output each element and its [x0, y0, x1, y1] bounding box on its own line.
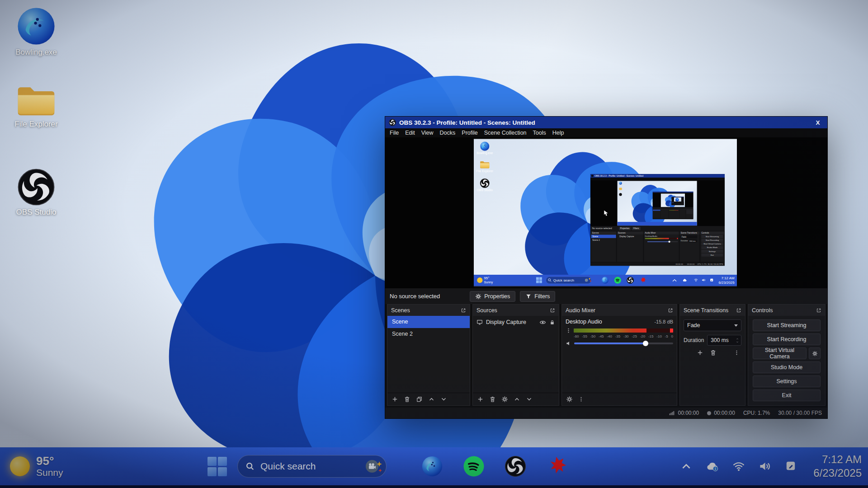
- cloud-icon: [706, 460, 719, 473]
- search-highlight-icon: [365, 459, 381, 474]
- svg-text:6/23/2025: 6/23/2025: [718, 281, 735, 285]
- transition-select[interactable]: Fade: [684, 319, 741, 331]
- gear-icon: [475, 293, 481, 300]
- transition-menu-button[interactable]: [734, 350, 740, 356]
- screen-bezel: [0, 485, 868, 488]
- weather-widget[interactable]: 95° Sunny: [10, 447, 63, 485]
- exit-button[interactable]: Exit: [753, 389, 821, 401]
- properties-button[interactable]: Properties: [470, 291, 515, 302]
- source-properties-button[interactable]: [501, 396, 508, 403]
- remove-source-button[interactable]: [489, 396, 496, 403]
- pen-tray-button[interactable]: [784, 460, 798, 473]
- svg-text:Sunny: Sunny: [484, 281, 493, 284]
- svg-text:Scenes: Scenes: [592, 232, 599, 234]
- obs-docks: Scenes Scene Scene 2 Sources: [385, 304, 827, 408]
- menu-tools[interactable]: Tools: [530, 130, 549, 136]
- volume-slider[interactable]: [574, 340, 673, 347]
- gear-icon: [812, 351, 817, 357]
- mixer-settings-button[interactable]: [566, 396, 573, 403]
- start-streaming-button[interactable]: Start Streaming: [753, 319, 821, 331]
- tray-chevron-up-button[interactable]: [679, 460, 693, 473]
- move-scene-down-button[interactable]: [440, 396, 447, 403]
- desktop-icon-file-explorer[interactable]: File Explorer: [6, 84, 66, 129]
- wifi-button[interactable]: [732, 460, 745, 473]
- popout-icon[interactable]: [550, 308, 555, 313]
- spinner-arrows[interactable]: [736, 338, 739, 343]
- virtual-camera-settings-button[interactable]: [809, 347, 821, 359]
- source-visibility-toggle[interactable]: [539, 319, 546, 326]
- transition-duration-input[interactable]: 300 ms: [707, 335, 741, 346]
- move-scene-up-button[interactable]: [428, 396, 435, 403]
- svg-text:Settings: Settings: [709, 250, 716, 253]
- start-recording-button[interactable]: Start Recording: [753, 333, 821, 345]
- move-source-down-button[interactable]: [526, 396, 533, 403]
- mixer-menu-button[interactable]: [578, 396, 584, 402]
- duplicate-scene-button[interactable]: [416, 396, 423, 403]
- svg-text:00:00:00: 00:00:00: [687, 263, 695, 265]
- svg-text:Display Capture: Display Capture: [619, 235, 634, 238]
- obs-titlebar[interactable]: OBS 30.2.3 - Profile: Untitled - Scenes:…: [385, 117, 827, 128]
- menu-help[interactable]: Help: [549, 130, 567, 136]
- desktop-icon-bowling[interactable]: Bowling.exe: [6, 6, 66, 57]
- speaker-icon[interactable]: [566, 340, 572, 347]
- chevron-down-icon: [736, 341, 739, 343]
- folder-icon: [15, 84, 57, 118]
- mixer-level-value: -15.8 dB: [654, 319, 673, 324]
- scene-list-item[interactable]: Scene 2: [387, 328, 470, 340]
- taskbar-app-browser[interactable]: [420, 454, 444, 479]
- search-box[interactable]: Quick search: [237, 455, 387, 478]
- close-button[interactable]: X: [812, 119, 824, 126]
- source-list-item[interactable]: Display Capture: [473, 316, 559, 328]
- desktop-icon-label: Bowling.exe: [6, 48, 66, 57]
- no-source-selected-label: No source selected: [390, 293, 440, 300]
- desktop-icon-label: File Explorer: [6, 120, 66, 129]
- windows-logo-icon: [208, 457, 227, 476]
- menu-scene-collection[interactable]: Scene Collection: [481, 130, 530, 136]
- taskbar-app-obs[interactable]: [503, 454, 528, 479]
- add-transition-button[interactable]: [697, 349, 703, 356]
- tray-weather-cloud-button[interactable]: [706, 460, 719, 473]
- popout-icon[interactable]: [668, 308, 673, 313]
- svg-text:CPU: 1.7%: CPU: 1.7%: [697, 263, 707, 265]
- taskbar-app-paint[interactable]: [545, 454, 569, 479]
- popout-icon[interactable]: [736, 308, 741, 313]
- source-lock-toggle[interactable]: [549, 319, 555, 325]
- controls-header: Controls: [748, 305, 825, 316]
- start-virtual-camera-button[interactable]: Start Virtual Camera: [753, 347, 807, 359]
- obs-preview-area[interactable]: Bowling.exe File Explorer OBS Studio OBS…: [385, 137, 827, 288]
- scene-list-item[interactable]: Scene: [387, 316, 470, 328]
- add-source-button[interactable]: [477, 396, 484, 403]
- remove-transition-button[interactable]: [710, 349, 717, 356]
- add-scene-button[interactable]: [392, 396, 398, 403]
- filters-button[interactable]: Filters: [520, 291, 555, 302]
- taskbar-clock[interactable]: 7:12 AM 6/23/2025: [813, 453, 862, 480]
- remove-scene-button[interactable]: [404, 396, 410, 403]
- menu-profile[interactable]: Profile: [458, 130, 481, 136]
- desktop-icon-obs[interactable]: OBS Studio: [6, 168, 66, 217]
- weather-condition: Sunny: [36, 467, 63, 478]
- fps-counter: 30.00 / 30.00 FPS: [778, 410, 822, 416]
- scene-transitions-header: Scene Transitions: [680, 305, 745, 316]
- volume-slider-handle[interactable]: [643, 341, 648, 346]
- menu-edit[interactable]: Edit: [402, 130, 418, 136]
- volume-icon: [759, 460, 771, 473]
- studio-mode-button[interactable]: Studio Mode: [753, 361, 821, 373]
- menu-docks[interactable]: Docks: [437, 130, 459, 136]
- controls-panel: Controls Start Streaming Start Recording…: [748, 304, 826, 406]
- volume-button[interactable]: [758, 460, 772, 473]
- svg-text:Audio Mixer: Audio Mixer: [645, 232, 656, 234]
- svg-text:OBS 30.2.3 - Profile: Untitled: OBS 30.2.3 - Profile: Untitled - Scenes:…: [594, 174, 643, 177]
- menu-view[interactable]: View: [418, 130, 437, 136]
- popout-icon[interactable]: [816, 308, 821, 313]
- popout-icon[interactable]: [461, 308, 466, 313]
- chevron-up-icon: [736, 338, 739, 340]
- svg-text:Filters: Filters: [633, 227, 639, 230]
- taskbar-app-spotify[interactable]: [462, 454, 486, 479]
- start-button[interactable]: [205, 454, 229, 479]
- move-source-up-button[interactable]: [514, 396, 520, 403]
- menu-file[interactable]: File: [387, 130, 402, 136]
- settings-button[interactable]: Settings: [753, 375, 821, 387]
- mixer-channel-menu[interactable]: [566, 328, 571, 333]
- svg-text:OBS Studio: OBS Studio: [477, 188, 493, 192]
- svg-text:Scene Transitions: Scene Transitions: [681, 232, 698, 234]
